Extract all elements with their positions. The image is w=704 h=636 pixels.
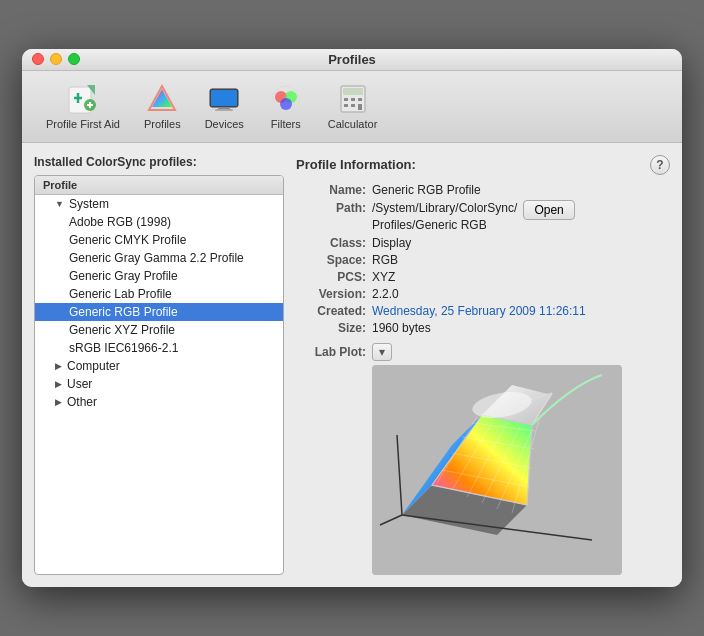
tree-item-generic-cmyk-label: Generic CMYK Profile xyxy=(69,233,186,247)
main-window: Profiles Profile First Aid xyxy=(22,49,682,588)
lab-plot-section: Lab Plot: ▾ xyxy=(296,343,670,575)
svg-rect-20 xyxy=(351,98,355,101)
tree-group-system-label: System xyxy=(69,197,109,211)
installed-profiles-title: Installed ColorSync profiles: xyxy=(34,155,284,169)
info-row-class: Class: Display xyxy=(296,236,670,250)
svg-rect-10 xyxy=(211,90,237,106)
label-name: Name: xyxy=(296,183,366,197)
lab-plot-canvas xyxy=(372,365,622,575)
toolbar: Profile First Aid Profiles xyxy=(22,71,682,143)
profiles-list[interactable]: Profile ▼ System Adobe RGB (1998) Generi… xyxy=(34,175,284,575)
window-title: Profiles xyxy=(328,52,376,67)
lab-plot-header: Lab Plot: ▾ xyxy=(296,343,670,361)
label-size: Size: xyxy=(296,321,366,335)
tree-item-adobe-rgb[interactable]: Adobe RGB (1998) xyxy=(35,213,283,231)
expand-triangle-user: ▶ xyxy=(55,379,62,389)
titlebar: Profiles xyxy=(22,49,682,71)
label-class: Class: xyxy=(296,236,366,250)
svg-rect-11 xyxy=(218,107,230,109)
list-header: Profile xyxy=(35,176,283,195)
svg-rect-21 xyxy=(358,98,362,101)
tree-item-generic-lab[interactable]: Generic Lab Profile xyxy=(35,285,283,303)
info-row-size: Size: 1960 bytes xyxy=(296,321,670,335)
tree-item-generic-rgb-label: Generic RGB Profile xyxy=(69,305,178,319)
toolbar-label-profiles: Profiles xyxy=(144,118,181,130)
info-row-version: Version: 2.2.0 xyxy=(296,287,670,301)
expand-triangle-system: ▼ xyxy=(55,199,64,209)
tree-item-generic-cmyk[interactable]: Generic CMYK Profile xyxy=(35,231,283,249)
tree-group-user[interactable]: ▶ User xyxy=(35,375,283,393)
svg-rect-24 xyxy=(358,104,362,110)
minimize-button[interactable] xyxy=(50,53,62,65)
svg-rect-19 xyxy=(344,98,348,101)
tree-group-user-label: User xyxy=(67,377,92,391)
info-row-name: Name: Generic RGB Profile xyxy=(296,183,670,197)
right-panel: Profile Information: ? Name: Generic RGB… xyxy=(296,155,670,576)
toolbar-label-filters: Filters xyxy=(271,118,301,130)
filters-icon xyxy=(270,83,302,115)
tree-item-generic-gray-gamma[interactable]: Generic Gray Gamma 2.2 Profile xyxy=(35,249,283,267)
value-space: RGB xyxy=(372,253,398,267)
toolbar-label-devices: Devices xyxy=(205,118,244,130)
info-row-space: Space: RGB xyxy=(296,253,670,267)
maximize-button[interactable] xyxy=(68,53,80,65)
toolbar-item-profiles[interactable]: Profiles xyxy=(136,79,189,134)
tree-item-generic-gray-label: Generic Gray Profile xyxy=(69,269,178,283)
toolbar-label-profile-first-aid: Profile First Aid xyxy=(46,118,120,130)
value-path: /System/Library/ColorSync/Profiles/Gener… xyxy=(372,200,517,234)
toolbar-label-calculator: Calculator xyxy=(328,118,378,130)
tree-item-srgb-label: sRGB IEC61966-2.1 xyxy=(69,341,178,355)
tree-group-computer[interactable]: ▶ Computer xyxy=(35,357,283,375)
profile-first-aid-icon xyxy=(67,83,99,115)
calculator-icon xyxy=(337,83,369,115)
tree-item-adobe-rgb-label: Adobe RGB (1998) xyxy=(69,215,171,229)
value-size: 1960 bytes xyxy=(372,321,431,335)
tree-group-system[interactable]: ▼ System xyxy=(35,195,283,213)
open-button[interactable]: Open xyxy=(523,200,574,220)
value-name: Generic RGB Profile xyxy=(372,183,481,197)
profile-info-table: Name: Generic RGB Profile Path: /System/… xyxy=(296,183,670,336)
toolbar-item-filters[interactable]: Filters xyxy=(260,79,312,134)
toolbar-item-calculator[interactable]: Calculator xyxy=(320,79,386,134)
tree-item-srgb[interactable]: sRGB IEC61966-2.1 xyxy=(35,339,283,357)
info-row-path: Path: /System/Library/ColorSync/Profiles… xyxy=(296,200,670,234)
tree-item-generic-gray-gamma-label: Generic Gray Gamma 2.2 Profile xyxy=(69,251,244,265)
label-space: Space: xyxy=(296,253,366,267)
svg-rect-12 xyxy=(215,109,233,111)
tree-group-other[interactable]: ▶ Other xyxy=(35,393,283,411)
traffic-lights xyxy=(32,53,80,65)
value-pcs: XYZ xyxy=(372,270,395,284)
label-created: Created: xyxy=(296,304,366,318)
lab-plot-dropdown[interactable]: ▾ xyxy=(372,343,392,361)
tree-item-generic-xyz[interactable]: Generic XYZ Profile xyxy=(35,321,283,339)
tree-group-computer-label: Computer xyxy=(67,359,120,373)
lab-plot-label: Lab Plot: xyxy=(296,345,366,359)
info-row-created: Created: Wednesday, 25 February 2009 11:… xyxy=(296,304,670,318)
close-button[interactable] xyxy=(32,53,44,65)
label-pcs: PCS: xyxy=(296,270,366,284)
expand-triangle-computer: ▶ xyxy=(55,361,62,371)
tree-item-generic-gray[interactable]: Generic Gray Profile xyxy=(35,267,283,285)
profile-info-title: Profile Information: xyxy=(296,157,416,172)
help-button[interactable]: ? xyxy=(650,155,670,175)
label-version: Version: xyxy=(296,287,366,301)
expand-triangle-other: ▶ xyxy=(55,397,62,407)
tree-item-generic-rgb[interactable]: Generic RGB Profile xyxy=(35,303,283,321)
value-version: 2.2.0 xyxy=(372,287,399,301)
toolbar-item-devices[interactable]: Devices xyxy=(197,79,252,134)
value-created: Wednesday, 25 February 2009 11:26:11 xyxy=(372,304,586,318)
path-value-container: /System/Library/ColorSync/Profiles/Gener… xyxy=(372,200,575,234)
info-header: Profile Information: ? xyxy=(296,155,670,175)
profiles-icon xyxy=(146,83,178,115)
svg-rect-22 xyxy=(344,104,348,107)
help-label: ? xyxy=(656,158,663,172)
content-area: Installed ColorSync profiles: Profile ▼ … xyxy=(22,143,682,588)
toolbar-item-profile-first-aid[interactable]: Profile First Aid xyxy=(38,79,128,134)
tree-item-generic-lab-label: Generic Lab Profile xyxy=(69,287,172,301)
label-path: Path: xyxy=(296,201,366,215)
devices-icon xyxy=(208,83,240,115)
info-row-pcs: PCS: XYZ xyxy=(296,270,670,284)
lab-plot-svg xyxy=(372,365,622,575)
tree-group-other-label: Other xyxy=(67,395,97,409)
tree-item-generic-xyz-label: Generic XYZ Profile xyxy=(69,323,175,337)
